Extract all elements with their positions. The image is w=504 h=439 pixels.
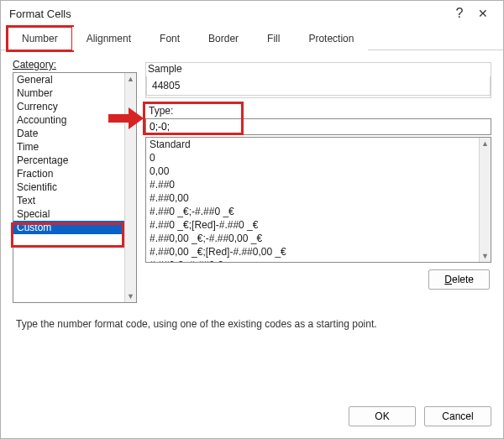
tab-number[interactable]: Number [8,27,72,50]
tab-alignment[interactable]: Alignment [72,27,145,50]
delete-label-rest: elete [452,274,474,285]
format-item[interactable]: #.##0 _€;-#.##0 _€ [146,205,491,218]
tab-fill[interactable]: Fill [253,27,294,50]
format-item[interactable]: #.##0,00 _€;-#.##0,00 _€ [146,232,491,245]
format-item[interactable]: 0,00 [146,165,491,178]
scrollbar[interactable]: ▲ ▼ [479,138,491,262]
titlebar: Format Cells ? ✕ [1,1,503,24]
format-item[interactable]: #.##0 €;-#.##0 € [146,259,491,263]
category-item[interactable]: Time [13,140,136,154]
format-item[interactable]: #.##0,00 [146,191,491,205]
sample-label: Sample [146,63,491,76]
scrollbar[interactable]: ▲ ▼ [124,73,136,302]
scroll-down-icon[interactable]: ▼ [481,252,489,260]
format-list[interactable]: Standard 0 0,00 #.##0 #.##0,00 #.##0 _€;… [145,137,491,263]
format-item[interactable]: Standard [146,138,491,151]
category-item[interactable]: Scientific [13,180,136,194]
number-panel: Category: General Number Currency Accoun… [1,50,503,398]
category-list[interactable]: General Number Currency Accounting Date … [13,72,137,303]
tab-font[interactable]: Font [145,27,194,50]
format-item[interactable]: #.##0 [146,178,491,191]
category-item[interactable]: Percentage [13,154,136,167]
category-item[interactable]: General [13,73,136,86]
format-item[interactable]: #.##0 _€;[Red]-#.##0 _€ [146,218,491,232]
window-title: Format Cells [9,8,71,20]
tabs: Number Alignment Font Border Fill Protec… [1,26,503,50]
close-icon[interactable]: ✕ [471,7,495,20]
scroll-up-icon[interactable]: ▲ [481,139,489,148]
format-item[interactable]: 0 [146,151,491,165]
category-item[interactable]: Text [13,194,136,207]
format-cells-dialog: Format Cells ? ✕ Number Alignment Font B… [0,0,504,439]
category-item[interactable]: Date [13,127,136,140]
cancel-button[interactable]: Cancel [424,406,491,426]
category-item[interactable]: Special [13,207,136,221]
tab-border[interactable]: Border [194,27,253,50]
ok-button[interactable]: OK [349,406,416,426]
category-item[interactable]: Currency [13,100,136,113]
category-item-custom[interactable]: Custom [13,221,136,234]
tab-protection[interactable]: Protection [294,27,368,50]
delete-button[interactable]: Delete [428,269,490,290]
category-item[interactable]: Fraction [13,167,136,180]
type-input[interactable] [145,118,491,135]
hint-text: Type the number format code, using one o… [13,303,491,338]
category-item[interactable]: Number [13,86,136,100]
help-icon[interactable]: ? [448,6,471,21]
category-label: Category: [13,59,137,72]
scroll-up-icon[interactable]: ▲ [127,75,134,83]
dialog-footer: OK Cancel [1,398,503,438]
scroll-down-icon[interactable]: ▼ [127,292,134,301]
format-item[interactable]: #.##0,00 _€;[Red]-#.##0,00 _€ [146,245,491,259]
type-label: Type: [145,103,491,118]
sample-value: 44805 [146,76,491,96]
category-item[interactable]: Accounting [13,113,136,127]
